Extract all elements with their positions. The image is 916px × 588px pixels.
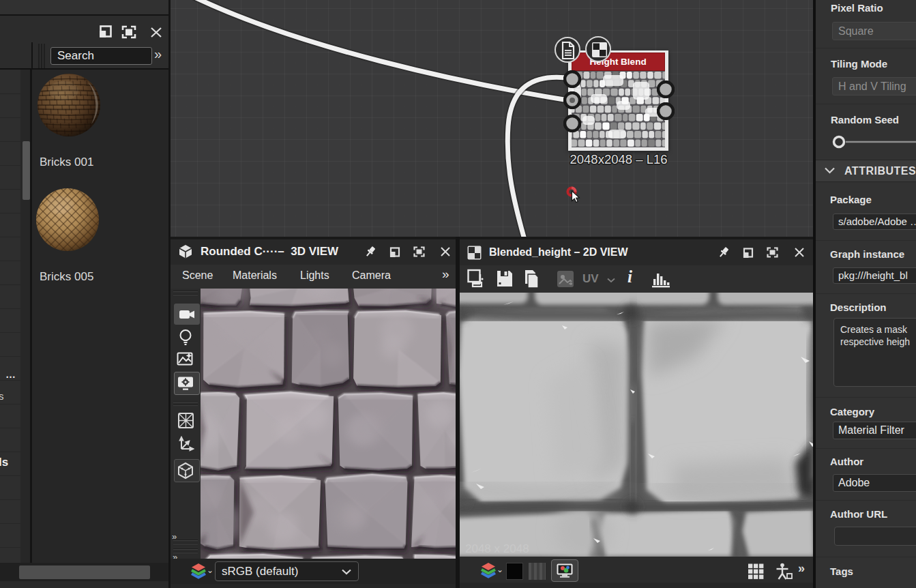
svg-text:2048x2048 – L16: 2048x2048 – L16 <box>570 152 668 166</box>
svg-text:2048 x 2048: 2048 x 2048 <box>465 542 529 555</box>
